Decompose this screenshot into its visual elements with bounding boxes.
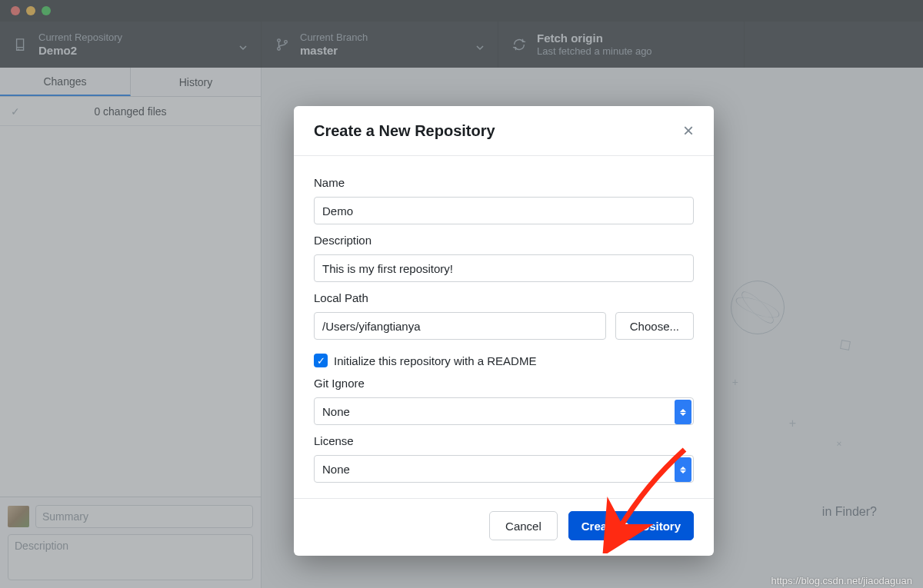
select-stepper-icon: [675, 400, 691, 424]
initialize-readme-row[interactable]: ✓ Initialize this repository with a READ…: [314, 354, 694, 367]
create-repository-dialog: Create a New Repository × Name Descripti…: [294, 106, 714, 556]
local-path-input[interactable]: [314, 312, 606, 340]
license-label: License: [314, 434, 694, 447]
description-label: Description: [314, 234, 694, 247]
close-icon[interactable]: ×: [683, 121, 694, 140]
gitignore-label: Git Ignore: [314, 377, 694, 390]
cancel-button[interactable]: Cancel: [489, 511, 558, 540]
create-repository-button[interactable]: Create Repository: [568, 511, 694, 540]
gitignore-value: None: [322, 405, 350, 418]
readme-label: Initialize this repository with a README: [334, 354, 536, 367]
watermark-text: https://blog.csdn.net/jiaodaguan: [771, 575, 912, 586]
gitignore-select[interactable]: None: [314, 397, 694, 425]
readme-checkbox[interactable]: ✓: [314, 354, 328, 367]
name-label: Name: [314, 176, 694, 189]
dialog-title: Create a New Repository: [314, 122, 495, 140]
license-value: None: [322, 463, 350, 476]
name-input[interactable]: [314, 197, 694, 224]
select-stepper-icon: [675, 457, 691, 482]
description-input[interactable]: [314, 254, 694, 282]
license-select[interactable]: None: [314, 455, 694, 483]
choose-path-button[interactable]: Choose...: [615, 312, 694, 340]
local-path-label: Local Path: [314, 291, 694, 304]
